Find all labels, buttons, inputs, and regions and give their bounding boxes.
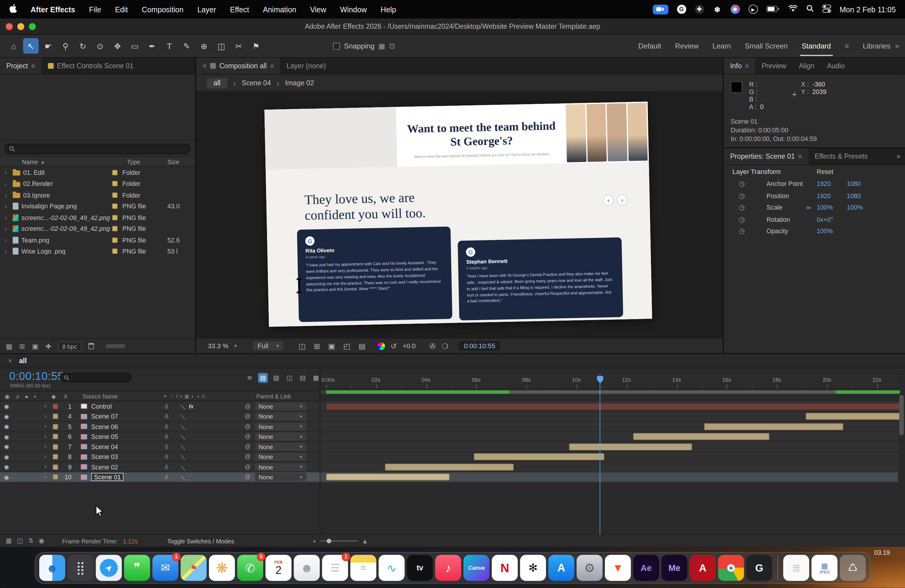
clone-stamp-tool-icon[interactable]: ⊕ — [196, 38, 212, 54]
snowflake-icon[interactable]: ❄ — [713, 5, 722, 14]
project-search[interactable] — [5, 144, 191, 154]
layer-name[interactable]: Scene 04 — [91, 443, 118, 450]
property-value[interactable]: 1920 — [817, 180, 831, 187]
snap-beyond-icon[interactable]: ⊡ — [389, 42, 395, 50]
exposure-value[interactable]: +0.0 — [403, 343, 416, 350]
menu-composition[interactable]: Composition — [142, 5, 183, 13]
visibility-toggle-icon[interactable]: ◉ — [4, 443, 9, 450]
tab-audio[interactable]: Audio — [821, 58, 851, 74]
trash-icon[interactable] — [88, 343, 94, 350]
dock-finder-icon[interactable]: ☻ — [39, 555, 65, 581]
pickwhip-icon[interactable]: @ — [245, 474, 251, 480]
horizontal-scrollbar[interactable] — [105, 344, 125, 348]
project-item-row[interactable]: ›screenc...-02-02-09_49_42.pngPNG file — [0, 212, 195, 223]
reset-button[interactable]: Reset — [817, 168, 833, 175]
graph-editor-icon[interactable]: ▦ — [311, 373, 321, 383]
stopwatch-icon[interactable]: ◷ — [739, 215, 745, 223]
label-color-chip[interactable] — [112, 237, 117, 243]
layer-name[interactable]: Scene 05 — [91, 433, 118, 440]
expand-chevron-icon[interactable]: › — [5, 181, 10, 187]
expand-chevron-icon[interactable]: › — [44, 413, 46, 419]
zoom-in-icon[interactable]: ▲ — [362, 537, 368, 544]
tab-effect-controls[interactable]: Effect Controls Scene 01 — [41, 58, 140, 74]
carousel-prev-button[interactable]: ‹ — [603, 195, 614, 206]
dock-canva-icon[interactable]: Canva — [464, 555, 490, 581]
property-value[interactable]: 1080 — [847, 192, 861, 199]
new-folder-icon[interactable]: ⊞ — [19, 342, 25, 350]
shy-switch-icon[interactable]: ♙ — [164, 453, 169, 459]
label-color-chip[interactable] — [112, 181, 117, 186]
spotlight-search-icon[interactable] — [806, 5, 814, 14]
home-tool-icon[interactable]: ⌂ — [6, 38, 21, 54]
dock-media-encoder-icon[interactable]: Me — [661, 555, 687, 581]
dock-settings-icon[interactable]: ⚙ — [577, 555, 603, 581]
layer-name[interactable]: Scene 03 — [91, 453, 118, 460]
visibility-toggle-icon[interactable]: ◉ — [4, 423, 9, 430]
snapping-checkbox[interactable] — [333, 43, 340, 49]
dock-n-app-icon[interactable]: N — [492, 555, 518, 581]
label-color-chip[interactable] — [112, 192, 117, 198]
shy-switch-icon[interactable]: ♙ — [164, 423, 169, 429]
live-update-icon[interactable]: ▧ — [258, 373, 268, 383]
dock-acrobat-icon[interactable]: A — [690, 555, 716, 581]
shy-switch-icon[interactable]: ♙ — [164, 443, 169, 450]
layer-row[interactable]: ◉›9Scene 02♙＼@None▼ — [0, 462, 320, 472]
dock-maps-icon[interactable]: ⚑ — [181, 555, 207, 581]
dock-photos-icon[interactable]: ❋ — [209, 555, 235, 581]
tab-preview[interactable]: Preview — [755, 58, 792, 74]
guides-icon[interactable]: ▤ — [359, 342, 366, 350]
workspace-review[interactable]: Review — [675, 42, 699, 50]
battery-icon[interactable] — [767, 5, 780, 13]
quality-switch-icon[interactable]: ＼ — [180, 464, 186, 472]
quality-switch-icon[interactable]: ＼ — [180, 403, 186, 411]
layer-track-row[interactable] — [320, 442, 898, 452]
tab-align[interactable]: Align — [792, 58, 821, 74]
layer-row[interactable]: ◉›4Scene 07♙＼@None▼ — [0, 412, 320, 421]
layer-track-row[interactable] — [320, 472, 898, 482]
dock-music-icon[interactable]: ♪ — [435, 555, 461, 581]
layer-duration-bar[interactable] — [633, 433, 769, 440]
layer-row[interactable]: ◉›6Scene 05♙＼@None▼ — [0, 432, 320, 442]
expand-chevron-icon[interactable]: › — [5, 203, 10, 209]
visibility-toggle-icon[interactable]: ◉ — [4, 433, 9, 440]
label-color-chip[interactable] — [112, 215, 117, 220]
draft-3d-icon[interactable]: ▨ — [271, 373, 281, 383]
reset-exposure-icon[interactable]: ↺ — [391, 342, 397, 350]
expand-chevron-icon[interactable]: › — [5, 192, 10, 198]
property-value[interactable]: 100% — [817, 227, 833, 234]
pan-camera-tool-icon[interactable]: ⊙ — [92, 38, 108, 54]
stopwatch-icon[interactable]: ◷ — [739, 227, 745, 235]
panel-menu-icon[interactable]: ≡ — [270, 62, 274, 69]
mask-visibility-icon[interactable]: ▣ — [328, 342, 335, 350]
control-center-icon[interactable] — [822, 4, 831, 14]
column-size[interactable]: Size — [167, 158, 195, 165]
rectangle-tool-icon[interactable]: ▭ — [127, 38, 143, 54]
project-item-row[interactable]: ›screenc...-02-02-09_49_42.pngPNG file — [0, 223, 195, 234]
viewer-timecode[interactable]: 0:00:10:55 — [459, 341, 501, 351]
parent-link-dropdown[interactable]: None▼ — [255, 402, 306, 410]
expand-chevron-icon[interactable]: › — [44, 463, 46, 469]
visibility-toggle-icon[interactable]: ◉ — [4, 454, 9, 460]
link-icon[interactable]: ∞ — [806, 204, 811, 211]
layer-duration-bar[interactable] — [474, 453, 604, 460]
layer-label-chip[interactable] — [52, 474, 58, 480]
expand-chevron-icon[interactable]: › — [44, 473, 46, 479]
layer-row[interactable]: ◉›5Scene 06♙＼@None▼ — [0, 421, 320, 432]
wifi-icon[interactable] — [788, 5, 797, 13]
dock-app-store-icon[interactable]: A — [548, 555, 574, 581]
magnification-dropdown-icon[interactable]: ▾ — [234, 343, 237, 349]
panel-menu-icon[interactable]: ≡ — [745, 62, 749, 69]
label-color-chip[interactable] — [112, 226, 117, 232]
layer-track-row[interactable] — [320, 401, 898, 412]
pickwhip-icon[interactable]: @ — [245, 403, 251, 409]
visibility-toggle-icon[interactable]: ◉ — [4, 413, 9, 420]
workspace-standard[interactable]: Standard — [802, 42, 831, 50]
apple-logo-icon[interactable] — [9, 4, 17, 14]
dock-calendar-icon[interactable]: FEB2 — [265, 555, 292, 581]
snap-features-icon[interactable]: ▦ — [379, 42, 385, 50]
pickwhip-icon[interactable]: @ — [245, 433, 251, 439]
menubar-app-name[interactable]: After Effects — [30, 5, 75, 13]
column-name[interactable]: Name▲ — [0, 158, 112, 165]
hand-tool-icon[interactable]: ☛ — [40, 38, 56, 54]
vertical-scrollbar[interactable] — [899, 395, 904, 435]
